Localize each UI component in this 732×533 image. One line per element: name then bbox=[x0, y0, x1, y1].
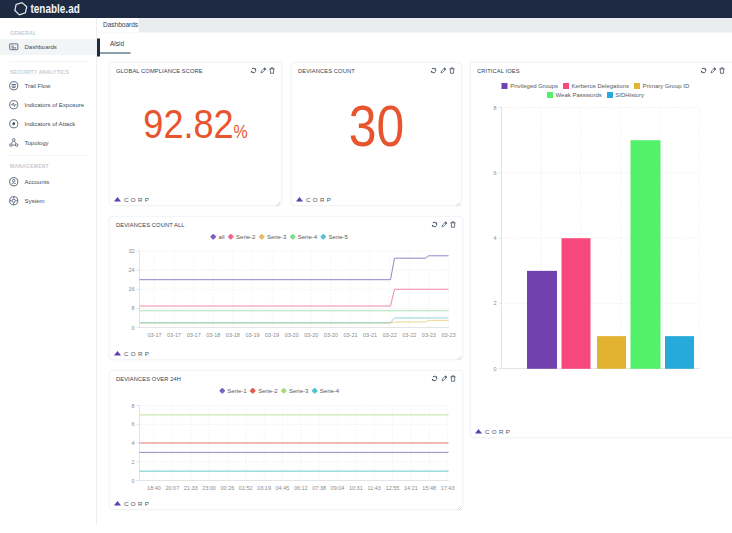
svg-text:23:00: 23:00 bbox=[202, 485, 216, 491]
svg-text:8: 8 bbox=[131, 403, 134, 409]
svg-text:03-21: 03-21 bbox=[363, 332, 377, 338]
svg-text:03-20: 03-20 bbox=[285, 332, 299, 338]
svg-text:2: 2 bbox=[131, 459, 134, 465]
svg-text:03:19: 03:19 bbox=[257, 485, 271, 491]
svg-text:03-17: 03-17 bbox=[187, 332, 201, 338]
svg-text:03-19: 03-19 bbox=[245, 332, 259, 338]
svg-text:8: 8 bbox=[493, 105, 496, 111]
svg-text:03-19: 03-19 bbox=[265, 332, 279, 338]
svg-text:07:38: 07:38 bbox=[312, 485, 326, 491]
svg-text:10:31: 10:31 bbox=[349, 485, 363, 491]
svg-text:12:55: 12:55 bbox=[386, 485, 400, 491]
svg-text:20:07: 20:07 bbox=[165, 485, 179, 491]
svg-text:01:52: 01:52 bbox=[239, 485, 253, 491]
svg-text:0: 0 bbox=[493, 366, 496, 372]
svg-text:2: 2 bbox=[493, 300, 496, 306]
svg-text:09:04: 09:04 bbox=[331, 485, 345, 491]
svg-text:15:48: 15:48 bbox=[422, 485, 436, 491]
svg-text:8: 8 bbox=[131, 305, 134, 311]
svg-text:03-22: 03-22 bbox=[402, 332, 416, 338]
svg-text:03-20: 03-20 bbox=[324, 332, 338, 338]
svg-text:06:12: 06:12 bbox=[294, 485, 308, 491]
svg-text:6: 6 bbox=[493, 170, 496, 176]
svg-text:03-23: 03-23 bbox=[422, 332, 436, 338]
svg-text:03-20: 03-20 bbox=[304, 332, 318, 338]
svg-text:24: 24 bbox=[128, 267, 134, 273]
svg-text:03-17: 03-17 bbox=[167, 332, 181, 338]
svg-text:6: 6 bbox=[131, 421, 134, 427]
svg-text:0: 0 bbox=[131, 478, 134, 484]
svg-text:03-22: 03-22 bbox=[383, 332, 397, 338]
svg-text:21:33: 21:33 bbox=[184, 485, 198, 491]
svg-text:03-23: 03-23 bbox=[441, 332, 455, 338]
svg-text:4: 4 bbox=[493, 235, 496, 241]
svg-text:03-18: 03-18 bbox=[226, 332, 240, 338]
svg-text:00:26: 00:26 bbox=[221, 485, 235, 491]
svg-text:03-21: 03-21 bbox=[343, 332, 357, 338]
svg-text:17:43: 17:43 bbox=[441, 485, 455, 491]
svg-text:32: 32 bbox=[128, 248, 134, 254]
svg-text:04:45: 04:45 bbox=[276, 485, 290, 491]
svg-text:0: 0 bbox=[131, 325, 134, 331]
svg-text:11:43: 11:43 bbox=[368, 485, 381, 491]
svg-text:4: 4 bbox=[131, 440, 134, 446]
svg-text:03-18: 03-18 bbox=[206, 332, 220, 338]
svg-text:03-17: 03-17 bbox=[147, 332, 161, 338]
svg-text:18:40: 18:40 bbox=[147, 485, 161, 491]
svg-text:16: 16 bbox=[128, 286, 134, 292]
svg-text:14:21: 14:21 bbox=[404, 485, 418, 491]
